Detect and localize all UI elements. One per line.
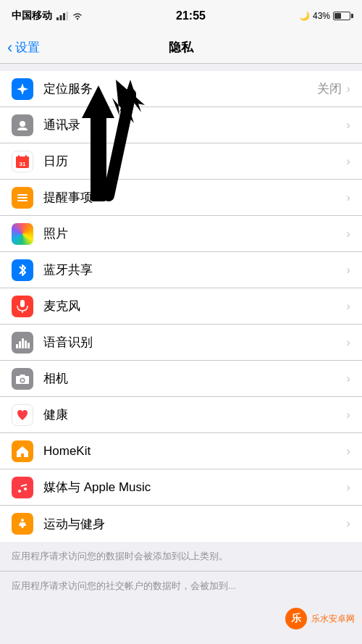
camera-icon bbox=[12, 368, 33, 390]
back-arrow-icon: ‹ bbox=[7, 40, 12, 56]
wifi-icon bbox=[72, 12, 83, 20]
photos-icon bbox=[12, 223, 33, 245]
svg-rect-10 bbox=[25, 155, 27, 158]
homekit-label: HomeKit bbox=[43, 444, 346, 459]
list-item-photos[interactable]: 照片 › bbox=[0, 216, 362, 252]
chevron-icon: › bbox=[346, 118, 350, 133]
chevron-icon: › bbox=[346, 263, 350, 277]
fitness-label: 运动与健身 bbox=[43, 516, 346, 532]
footer-note-2: 应用程序请求访问您的社交帐户的数据时，会被加到... bbox=[0, 571, 362, 601]
list-item-calendar[interactable]: 31 日历 › bbox=[0, 143, 362, 180]
svg-rect-0 bbox=[56, 17, 59, 20]
page-title: 隐私 bbox=[169, 39, 193, 56]
health-icon bbox=[12, 404, 33, 426]
chevron-icon: › bbox=[346, 372, 350, 386]
speech-label: 语音识别 bbox=[43, 334, 346, 351]
footer-note-1: 应用程序请求访问您的数据时会被添加到以上类别。 bbox=[0, 542, 362, 571]
status-time: 21:55 bbox=[176, 9, 206, 22]
list-item-health[interactable]: 健康 › bbox=[0, 397, 362, 433]
music-icon bbox=[12, 477, 33, 498]
watermark: 乐 乐水安卓网 bbox=[285, 608, 355, 630]
svg-rect-18 bbox=[22, 338, 24, 348]
calendar-label: 日历 bbox=[43, 153, 346, 170]
svg-text:31: 31 bbox=[20, 161, 26, 167]
chevron-icon: › bbox=[346, 154, 350, 169]
chevron-icon: › bbox=[346, 480, 350, 495]
status-right: 🌙 43% bbox=[299, 11, 350, 21]
list-item-reminders[interactable]: 提醒事项 › bbox=[0, 180, 362, 216]
contacts-icon bbox=[12, 114, 33, 136]
chevron-icon: › bbox=[346, 227, 350, 241]
reminders-label: 提醒事项 bbox=[43, 189, 346, 206]
section-gap-top bbox=[0, 64, 362, 71]
battery-icon bbox=[333, 12, 350, 20]
svg-rect-19 bbox=[25, 340, 27, 348]
chevron-icon: › bbox=[346, 408, 350, 422]
chevron-icon: › bbox=[346, 191, 350, 205]
location-value: 关闭 bbox=[317, 80, 342, 97]
svg-point-23 bbox=[21, 519, 24, 522]
svg-rect-2 bbox=[63, 13, 65, 20]
back-button[interactable]: ‹ 设置 bbox=[7, 39, 40, 56]
reminders-icon bbox=[12, 187, 33, 209]
status-bar: 中国移动 21:55 🌙 43% bbox=[0, 0, 362, 32]
back-label: 设置 bbox=[15, 39, 40, 56]
music-label: 媒体与 Apple Music bbox=[43, 479, 346, 495]
contacts-label: 通讯录 bbox=[43, 117, 346, 133]
homekit-icon bbox=[12, 440, 33, 462]
chevron-icon: › bbox=[346, 82, 350, 96]
list-item-camera[interactable]: 相机 › bbox=[0, 361, 362, 397]
svg-rect-7 bbox=[16, 159, 29, 160]
bluetooth-label: 蓝牙共享 bbox=[43, 262, 346, 278]
microphone-icon bbox=[12, 296, 33, 317]
battery-percent: 43% bbox=[313, 11, 330, 21]
svg-rect-12 bbox=[17, 197, 28, 198]
nav-bar: ‹ 设置 隐私 bbox=[0, 32, 362, 64]
status-carrier: 中国移动 bbox=[12, 9, 83, 22]
bluetooth-icon bbox=[12, 259, 33, 281]
speech-icon bbox=[12, 332, 33, 354]
chevron-icon: › bbox=[346, 444, 350, 459]
calendar-icon: 31 bbox=[12, 151, 33, 172]
list-item-microphone[interactable]: 麦克风 › bbox=[0, 288, 362, 325]
list-item-music[interactable]: 媒体与 Apple Music › bbox=[0, 469, 362, 506]
chevron-icon: › bbox=[346, 335, 350, 350]
svg-rect-17 bbox=[19, 341, 21, 348]
svg-rect-13 bbox=[17, 200, 28, 201]
list-item-fitness[interactable]: 运动与健身 › bbox=[0, 506, 362, 542]
signal-icon bbox=[56, 12, 68, 20]
list-item-location[interactable]: 定位服务 关闭 › bbox=[0, 71, 362, 107]
list-item-speech[interactable]: 语音识别 › bbox=[0, 325, 362, 361]
watermark-logo: 乐 bbox=[285, 608, 307, 630]
svg-rect-9 bbox=[18, 155, 20, 158]
svg-rect-3 bbox=[67, 12, 69, 20]
microphone-label: 麦克风 bbox=[43, 298, 346, 314]
svg-rect-14 bbox=[20, 300, 25, 307]
moon-icon: 🌙 bbox=[299, 11, 310, 21]
health-label: 健康 bbox=[43, 406, 346, 423]
svg-rect-11 bbox=[17, 194, 28, 196]
svg-point-22 bbox=[21, 379, 24, 382]
fitness-icon bbox=[12, 513, 33, 535]
location-label: 定位服务 bbox=[43, 80, 317, 97]
list-item-homekit[interactable]: HomeKit › bbox=[0, 433, 362, 469]
location-icon bbox=[12, 78, 33, 100]
list-item-bluetooth[interactable]: 蓝牙共享 › bbox=[0, 252, 362, 288]
privacy-list: 定位服务 关闭 › 通讯录 › 31 日历 › bbox=[0, 71, 362, 542]
svg-rect-1 bbox=[60, 15, 62, 20]
photos-label: 照片 bbox=[43, 225, 346, 242]
chevron-icon: › bbox=[346, 517, 350, 531]
svg-point-4 bbox=[20, 121, 25, 127]
list-item-contacts[interactable]: 通讯录 › bbox=[0, 107, 362, 143]
svg-rect-20 bbox=[28, 343, 30, 348]
camera-label: 相机 bbox=[43, 370, 346, 387]
svg-rect-16 bbox=[16, 344, 18, 348]
watermark-text: 乐水安卓网 bbox=[311, 613, 355, 625]
chevron-icon: › bbox=[346, 299, 350, 314]
